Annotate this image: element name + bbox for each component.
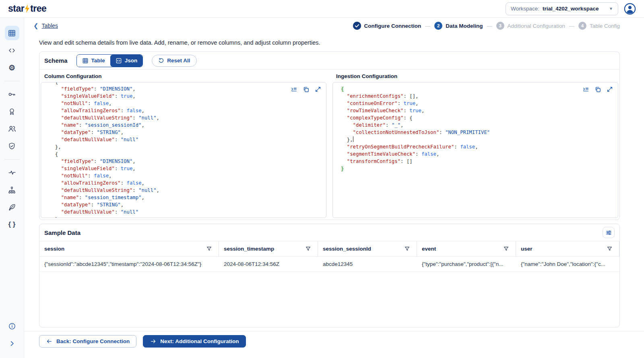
copy-icon[interactable]: [594, 86, 601, 93]
column-header-event[interactable]: event: [417, 241, 516, 256]
format-icon[interactable]: [582, 86, 589, 93]
sample-table-header: session session_timestamp session_sessio…: [39, 241, 619, 257]
cell-session: {"sessionId":"abcde12345","timestamp":"2…: [39, 257, 219, 272]
back-button[interactable]: Back: Configure Connection: [39, 335, 136, 348]
column-header-session-timestamp[interactable]: session_timestamp: [219, 241, 318, 256]
schema-title: Schema: [44, 57, 68, 64]
page-description: View and edit schema details from live d…: [39, 39, 620, 46]
column-configuration-editor[interactable]: { "fieldType": "DIMENSION", "singleValue…: [41, 82, 326, 218]
column-header-session-sessionid[interactable]: session_sessionId: [318, 241, 417, 256]
funnel-icon[interactable]: [503, 246, 509, 252]
sample-data-section: Sample Data session session_timestamp: [39, 224, 620, 327]
ingestion-configuration-panel: Ingestion Configuration: [332, 72, 618, 218]
reset-all-button[interactable]: Reset All: [152, 55, 196, 67]
sidebar-item-cluster[interactable]: [5, 183, 19, 197]
step-dash: —: [569, 23, 574, 29]
column-configuration-json[interactable]: { "fieldType": "DIMENSION", "singleValue…: [41, 82, 326, 218]
sitemap-icon: [8, 186, 16, 194]
braces-icon: { }: [8, 220, 16, 228]
sidebar-item-tables[interactable]: [5, 26, 19, 40]
schema-view-toggle: Table Json: [76, 54, 143, 67]
main-content: ❮ Tables Configure Connection — 2 Data M…: [24, 18, 644, 358]
step-dash: —: [425, 23, 430, 29]
step-additional-configuration[interactable]: 3 Additional Configuration: [496, 22, 565, 30]
gear-icon: ⚙: [8, 63, 15, 72]
funnel-icon[interactable]: [206, 246, 212, 252]
tables-icon: [8, 29, 16, 37]
wizard-stepper: Configure Connection — 2 Data Modeling —…: [353, 22, 620, 30]
info-icon: [8, 322, 16, 330]
logo-tree-text: tree: [30, 3, 46, 14]
logo-star-text: star: [8, 3, 24, 14]
column-header-user[interactable]: user: [516, 241, 619, 256]
sidebar-item-info[interactable]: [5, 319, 19, 333]
arrow-right-icon: [150, 338, 157, 344]
back-to-tables-link[interactable]: ❮ Tables: [33, 22, 58, 29]
workspace-label: Workspace:: [511, 6, 539, 12]
next-button[interactable]: Next: Additional Configuration: [143, 335, 246, 348]
activity-icon: [8, 168, 17, 177]
startree-logo: star tree: [8, 3, 46, 14]
step-configure-connection[interactable]: Configure Connection: [353, 22, 421, 30]
sidebar-item-certificates[interactable]: [5, 104, 19, 119]
step-dash: —: [487, 23, 492, 29]
breadcrumb: ❮ Tables Configure Connection — 2 Data M…: [33, 18, 620, 34]
step-number-badge: 3: [496, 22, 504, 30]
sidebar-item-api-keys[interactable]: [5, 87, 19, 101]
cell-session-sessionid: abcde12345: [318, 257, 417, 272]
sidebar-divider: [4, 81, 20, 81]
step-number-badge: 2: [434, 22, 442, 30]
sidebar-item-query-console[interactable]: [5, 43, 19, 58]
code-icon: [8, 46, 16, 55]
sidebar-expand-button[interactable]: [5, 336, 19, 351]
funnel-icon[interactable]: [404, 246, 410, 252]
funnel-icon[interactable]: [305, 246, 311, 252]
workspace-value: trial_4202_workspace: [543, 6, 599, 12]
step-table-config[interactable]: 4 Table Config: [578, 22, 620, 30]
wizard-footer: Back: Configure Connection Next: Additio…: [24, 331, 644, 348]
step-data-modeling[interactable]: 2 Data Modeling: [434, 22, 483, 30]
sidebar-item-monitoring[interactable]: [5, 165, 19, 180]
sample-table-row[interactable]: {"sessionId":"abcde12345","timestamp":"2…: [39, 257, 619, 272]
ingestion-configuration-title: Ingestion Configuration: [336, 73, 618, 79]
workspace-selector[interactable]: Workspace: trial_4202_workspace ▼: [506, 2, 618, 15]
copy-icon[interactable]: [303, 86, 310, 93]
sidebar-item-members[interactable]: [5, 121, 19, 136]
table-grid-icon: [82, 58, 89, 64]
column-header-session[interactable]: session: [39, 241, 219, 256]
feather-icon: [8, 203, 16, 212]
expand-sidebar-icon: [8, 340, 16, 347]
column-configuration-title: Column Configuration: [44, 73, 326, 79]
json-code-icon: [116, 58, 122, 64]
ingestion-configuration-json[interactable]: { "enrichmentConfigs": [], "continueOnEr…: [333, 82, 618, 172]
cell-user: {"name":"John Doe","location":{"c...: [516, 257, 619, 272]
expand-icon[interactable]: [315, 86, 321, 93]
sidebar-item-security[interactable]: [5, 139, 19, 153]
sidebar-divider: [4, 159, 20, 160]
expand-icon[interactable]: [607, 86, 613, 93]
top-bar: star tree Workspace: trial_4202_workspac…: [0, 0, 644, 18]
reset-icon: [158, 58, 164, 64]
lightning-bolt-icon: [25, 4, 30, 13]
column-configuration-panel: Column Configuration: [41, 72, 326, 218]
key-icon: [8, 90, 16, 99]
table-view-toggle[interactable]: Table: [77, 55, 110, 67]
cell-session-timestamp: 2024-08-06T12:34:56Z: [219, 257, 318, 272]
left-sidebar: ⚙: [0, 18, 24, 358]
user-avatar-icon[interactable]: [624, 3, 636, 15]
sidebar-item-schemas[interactable]: { }: [5, 217, 19, 232]
sample-data-settings-button[interactable]: [603, 227, 615, 238]
chevron-left-icon: ❮: [33, 22, 39, 29]
ingestion-configuration-editor[interactable]: { "enrichmentConfigs": [], "continueOnEr…: [332, 82, 618, 218]
format-icon[interactable]: [291, 86, 297, 93]
sidebar-item-dashboards[interactable]: ⚙: [5, 60, 19, 75]
sliders-icon: [605, 229, 612, 236]
json-view-toggle[interactable]: Json: [110, 55, 143, 67]
funnel-icon[interactable]: [607, 246, 613, 252]
badge-icon: [8, 107, 16, 116]
breadcrumb-tables-label: Tables: [42, 23, 58, 29]
shield-check-icon: [8, 142, 16, 150]
sample-data-title: Sample Data: [44, 229, 80, 236]
sidebar-item-thirdeye[interactable]: [5, 200, 19, 214]
users-icon: [8, 124, 17, 133]
